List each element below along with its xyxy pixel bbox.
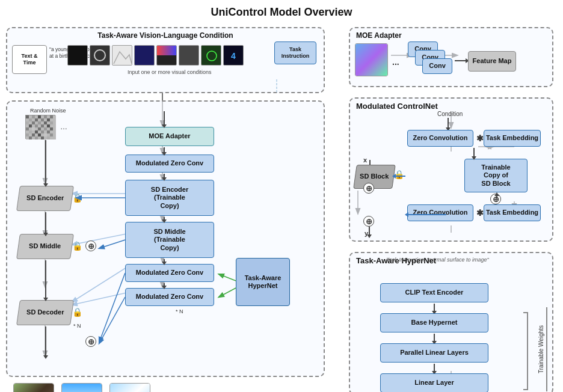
diagram-area: Task-Aware Vision-Language Condition Tex… (0, 22, 563, 392)
arrow-conv2-to-y (407, 214, 446, 215)
svg-rect-55 (32, 127, 35, 130)
svg-rect-42 (35, 118, 38, 121)
input-label: Input one or more visual conditions (128, 69, 212, 75)
plus-circle-middle: ⊕ (85, 240, 96, 251)
svg-rect-66 (44, 133, 47, 136)
arr-base-to-parallel (434, 334, 435, 342)
svg-rect-45 (26, 121, 29, 124)
random-noise-label: Random Noise (30, 108, 66, 114)
arrow-decoder-down (45, 326, 46, 357)
svg-rect-62 (47, 130, 50, 133)
svg-rect-50 (29, 124, 32, 127)
moe-top-panel: MOE Adapter ... Conv Conv Conv Feature M… (349, 27, 553, 87)
plus-circle-decoder: ⊕ (85, 336, 96, 347)
sd-block-box: SD Block (353, 165, 396, 189)
arrow-plus-y-down (369, 227, 370, 236)
zero-conv1-box: Zero Convolution (407, 130, 473, 147)
arrow-mid-copy-to-conv2 (164, 259, 165, 263)
svg-line-77 (99, 297, 125, 343)
controlnet-panel-title: Modulated ControlNet (356, 102, 438, 111)
trainable-weights-label: Trainable Weights (538, 307, 547, 391)
vlc-thumb-6 (179, 45, 199, 66)
vlc-images-row: 4 (67, 45, 244, 66)
svg-rect-40 (50, 115, 53, 118)
svg-rect-69 (35, 136, 38, 139)
arr-parallel-to-linear (434, 364, 435, 372)
text-time-box: Text & Time (12, 45, 47, 74)
parallel-linear-box: Parallel Linear Layers (380, 343, 488, 363)
moe-adapter-main-box: MOE Adapter (125, 127, 214, 146)
zero-conv2-box: Zero Convolution (407, 204, 473, 221)
arr-clip-to-base (434, 304, 435, 312)
controlnet-panel: Modulated ControlNet Condition Zero Conv… (349, 97, 553, 242)
arrow-enc-copy-to-mid-copy (164, 217, 165, 221)
svg-rect-68 (29, 136, 32, 139)
svg-rect-59 (29, 130, 32, 133)
vlc-thumb-1 (67, 45, 88, 66)
multiply2: ✱ (476, 208, 484, 218)
arrow-vlc-to-moe (164, 111, 165, 126)
linear-layer-box: Linear Layer (380, 373, 488, 392)
svg-rect-64 (32, 133, 35, 136)
svg-rect-58 (50, 127, 53, 130)
arrow-conv1-to-enc-copy (164, 174, 165, 179)
arrow-trainable-to-plus (496, 194, 497, 198)
svg-rect-43 (41, 118, 44, 121)
modulated-zero-conv2-box: Modulated Zero Conv (125, 264, 214, 282)
svg-rect-65 (38, 133, 41, 136)
svg-line-76 (99, 273, 125, 342)
vlc-thumb-5 (156, 45, 177, 66)
sd-encoder-copy-box: SD Encoder (Trainable Copy) (125, 180, 214, 216)
vlc-thumb-7 (201, 45, 221, 66)
sd-decoder-box: SD Decoder (16, 300, 74, 325)
main-panel: Random Noise (6, 100, 325, 377)
trainable-copy-box: Trainable Copy of SD Block (464, 159, 528, 192)
sd-middle-copy-box: SD Middle (Trainable Copy) (125, 222, 214, 258)
moe-input-image (355, 43, 388, 76)
generated-images-row: … Generated Images (13, 383, 251, 392)
task-embedding2-box: Task Embedding (484, 204, 541, 221)
sdblock-left-arrow (395, 176, 405, 177)
svg-rect-38 (38, 115, 41, 118)
modulated-zero-conv3-box: Modulated Zero Conv (125, 288, 214, 306)
sd-decoder-lock: 🔒 (72, 307, 82, 317)
vlc-thumb-2 (90, 45, 110, 66)
moe-feature-map-box: Feature Map (468, 51, 516, 72)
svg-rect-51 (35, 124, 38, 127)
arrow-middle-to-decoder (45, 260, 46, 299)
svg-text:4: 4 (231, 51, 236, 61)
condition-label: Condition (437, 111, 463, 117)
main-title: UniControl Model Overview (0, 0, 563, 22)
task-instruction-vlc-box: Task Instruction (274, 41, 316, 64)
sd-encoder-lock: 🔒 (72, 193, 82, 203)
base-hypernet-box: Base Hypernet (380, 313, 488, 332)
arrow-conv1-to-trainable (473, 148, 475, 158)
noise-image (25, 115, 55, 139)
moe-conv3-box: Conv (422, 58, 452, 74)
moe-top-panel-title: MOE Adapter (356, 31, 402, 40)
ellipsis-noise: … (60, 123, 67, 131)
gen-img-3 (109, 383, 150, 392)
svg-rect-46 (32, 121, 35, 124)
svg-line-73 (219, 288, 236, 297)
task-aware-hypernet-box: Task-Aware HyperNet (236, 258, 290, 306)
svg-rect-41 (29, 118, 32, 121)
svg-rect-60 (35, 130, 38, 133)
svg-point-33 (207, 51, 217, 61)
plus-circle-y: ⊕ (363, 216, 374, 227)
svg-line-72 (219, 274, 236, 281)
gen-img-1 (13, 383, 54, 392)
svg-rect-57 (44, 127, 47, 130)
arrow-encoder-to-middle (45, 212, 46, 234)
svg-rect-37 (32, 115, 35, 118)
moe-arrow (455, 60, 467, 61)
sd-encoder-box: SD Encoder (16, 186, 74, 211)
sd-middle-box: SD Middle (16, 234, 74, 259)
vlc-thumb-4 (134, 45, 155, 66)
svg-rect-36 (26, 115, 29, 118)
svg-rect-67 (50, 133, 53, 136)
vlc-thumb-8: 4 (223, 45, 244, 66)
svg-rect-70 (41, 136, 44, 139)
clip-text-encoder-box: CLIP Text Encoder (380, 283, 488, 302)
svg-rect-52 (41, 124, 44, 127)
